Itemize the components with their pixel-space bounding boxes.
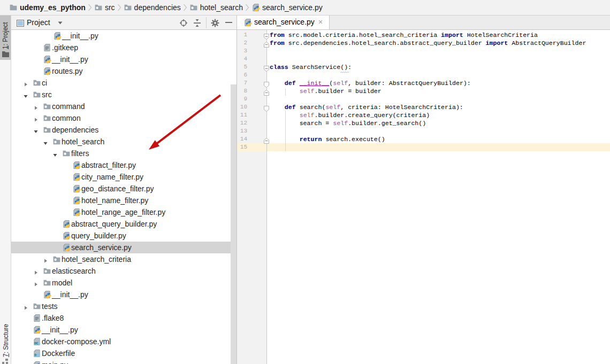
svg-text:DC: DC (34, 342, 39, 345)
svg-text:D: D (34, 353, 36, 357)
